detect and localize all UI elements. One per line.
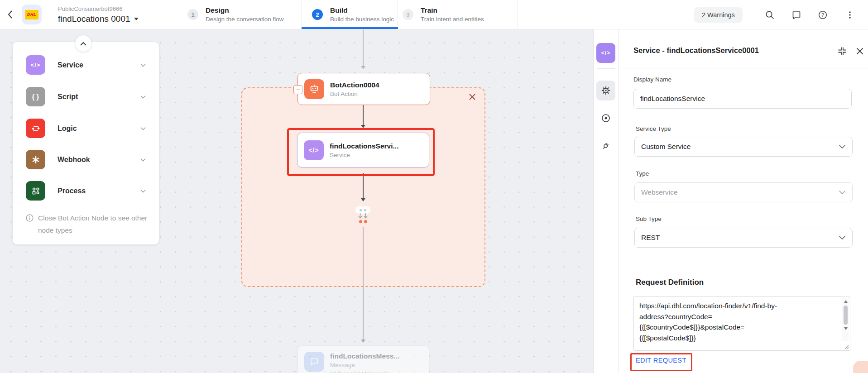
chevron-down-icon: [839, 190, 846, 195]
service-type-select[interactable]: Custom Service: [634, 137, 853, 157]
flow-canvas[interactable]: BotAction0004 Bot Action − </> findLocat…: [0, 29, 593, 373]
palette-item-service[interactable]: </> Service: [26, 55, 146, 75]
panel-header-divider: [619, 68, 868, 68]
palette-item-logic[interactable]: Logic: [26, 119, 146, 138]
tab-build[interactable]: 2 Build Build the business logic: [312, 4, 394, 25]
tab-separator: [518, 0, 518, 29]
palette-item-process[interactable]: Process: [26, 181, 146, 201]
connector-line: [363, 227, 364, 340]
warnings-label: 2 Warnings: [702, 11, 735, 19]
flow-name-dropdown[interactable]: findLocations 0001: [58, 14, 139, 24]
scroll-thumb[interactable]: [844, 306, 848, 325]
message-node-title: findLocationsMess...: [330, 352, 399, 360]
resize-handle[interactable]: [844, 344, 849, 349]
search-icon[interactable]: [765, 10, 775, 20]
warnings-button[interactable]: 2 Warnings: [694, 7, 743, 23]
edit-request-link[interactable]: EDIT REQUEST: [636, 357, 686, 364]
step-1-subtitle: Design the conversation flow: [206, 15, 284, 23]
chevron-down-icon: [140, 158, 146, 162]
message-node[interactable]: findLocationsMess... Message "Advanced M…: [297, 345, 429, 373]
panel-icon-rail: </>: [594, 29, 619, 373]
message-node-quote: "Advanced Message": [330, 370, 399, 373]
connector-arrow: [361, 340, 365, 343]
display-name-label: Display Name: [633, 76, 671, 83]
tab-train[interactable]: 3 Train Train intent and entities: [403, 4, 484, 25]
panel-title: Service - findLocationsService0001: [633, 46, 759, 55]
chevron-down-icon: [839, 144, 846, 149]
step-3-subtitle: Train intent and entities: [421, 15, 484, 23]
connector-arrow: [361, 125, 365, 128]
message-node-icon: [304, 352, 324, 372]
rail-settings-tab[interactable]: [596, 81, 615, 100]
request-url-line: {{[$postalCode$]}}: [639, 333, 840, 344]
service-properties-panel: </>: [593, 29, 868, 373]
service-node-icon: </>: [304, 140, 324, 160]
request-url-line: https://api.dhl.com/location-finder/v1/f…: [639, 301, 840, 311]
target-icon: [601, 113, 611, 123]
step-1-title: Design: [206, 6, 284, 14]
palette-item-webhook[interactable]: Webhook: [26, 150, 146, 169]
bot-action-title: BotAction0004: [330, 81, 379, 89]
help-icon[interactable]: ?: [818, 10, 828, 20]
bot-action-icon: [304, 79, 324, 99]
palette-item-script[interactable]: { } Script: [26, 87, 146, 106]
type-select[interactable]: Webservice: [634, 182, 853, 202]
dot: [364, 209, 366, 211]
collapse-group-button[interactable]: −: [293, 85, 302, 94]
rail-target-tab[interactable]: [596, 108, 615, 128]
scroll-down-arrow[interactable]: [844, 327, 848, 330]
top-bar: DHL PublicConsumerbot9666 findLocations …: [0, 0, 868, 29]
sub-type-label: Sub Type: [636, 215, 662, 222]
tab-design[interactable]: 1 Design Design the conversation flow: [187, 4, 284, 25]
flow-name: findLocations 0001: [58, 14, 130, 24]
collapse-panel-icon[interactable]: [837, 46, 847, 56]
connector-arrow: [361, 66, 365, 69]
textarea-scrollbar[interactable]: [842, 298, 849, 341]
request-url-line: {{[$countryCode$]}}&postalCode=: [639, 322, 840, 333]
scroll-up-arrow[interactable]: [844, 300, 848, 303]
chevron-down-icon: [839, 235, 846, 240]
request-definition-textarea[interactable]: https://api.dhl.com/location-finder/v1/f…: [633, 296, 850, 351]
type-value: Webservice: [641, 188, 678, 196]
logo-text: DHL: [27, 12, 36, 17]
chevron-down-icon: [140, 63, 146, 67]
chat-icon[interactable]: [791, 10, 801, 20]
node-palette: </> Service { } Script Logic: [13, 42, 159, 244]
palette-item-label: Service: [58, 61, 140, 69]
chevron-down-icon: [140, 95, 146, 99]
palette-item-label: Process: [58, 187, 140, 195]
close-panel-icon[interactable]: [855, 47, 864, 56]
rail-connections-tab[interactable]: [596, 136, 615, 156]
step-2-subtitle: Build the business logic: [330, 15, 394, 23]
loop-icon: [26, 119, 45, 138]
sub-type-select[interactable]: REST: [634, 228, 853, 248]
service-node-title: findLocationsServi...: [330, 142, 398, 150]
palette-note-text: Close Bot Action Node to see other node …: [38, 212, 148, 236]
active-tab-underline: [302, 27, 398, 29]
palette-note: Close Bot Action Node to see other node …: [26, 212, 148, 236]
display-name-input[interactable]: [633, 89, 852, 109]
chevron-down-icon: [140, 127, 146, 130]
kebab-menu-icon[interactable]: [845, 10, 855, 20]
drop-target-handle[interactable]: [355, 206, 370, 214]
tab-separator: [179, 0, 179, 29]
bot-action-node[interactable]: BotAction0004 Bot Action: [297, 73, 430, 105]
palette-item-label: Script: [58, 93, 140, 101]
close-group-icon[interactable]: [467, 91, 478, 102]
asterisk-icon: [26, 150, 45, 169]
floating-button-corner[interactable]: [853, 361, 868, 373]
service-node[interactable]: </> findLocationsServi... Service: [297, 133, 429, 167]
process-nodes-icon: [26, 181, 45, 201]
connector-line: [363, 29, 364, 66]
step-1-number: 1: [187, 9, 198, 20]
palette-collapse-button[interactable]: [75, 35, 91, 52]
service-node-subtitle: Service: [330, 151, 398, 159]
step-3-number: 3: [403, 9, 413, 20]
rail-divider: [597, 68, 615, 69]
back-icon[interactable]: [7, 10, 14, 19]
sub-type-value: REST: [641, 234, 660, 242]
connector-arrow: [361, 198, 365, 201]
palette-item-label: Webhook: [58, 156, 140, 164]
rail-code-tab[interactable]: </>: [596, 43, 615, 63]
drop-target-ports: [355, 220, 370, 223]
